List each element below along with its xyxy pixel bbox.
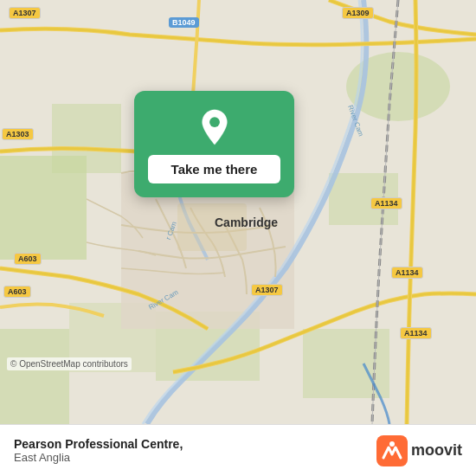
svg-rect-13 xyxy=(376,435,408,466)
svg-rect-2 xyxy=(52,104,121,173)
bottom-bar: Pearson Professional Centre, East Anglia… xyxy=(0,424,476,476)
location-region: East Anglia xyxy=(14,451,183,464)
osm-attribution: © OpenStreetMap contributors xyxy=(7,357,132,370)
road-badge-a603-1: A603 xyxy=(14,253,42,265)
moovit-logo: moovit xyxy=(376,435,462,466)
road-badge-a1307-tl: A1307 xyxy=(9,7,41,19)
location-name: Pearson Professional Centre, xyxy=(14,437,183,451)
map-container: A1307 B1049 A1309 A1303 A603 A603 A1307 … xyxy=(0,0,476,424)
take-me-there-button[interactable]: Take me there xyxy=(148,155,280,183)
popup-card: Take me there xyxy=(134,91,294,197)
cambridge-label: Cambridge xyxy=(215,215,278,229)
road-badge-a1307-br: A1307 xyxy=(251,284,283,296)
road-badge-a1134-mid: A1134 xyxy=(391,267,423,279)
road-badge-a603-2: A603 xyxy=(3,286,31,298)
moovit-logo-icon xyxy=(376,435,408,466)
road-badge-a1134-top: A1134 xyxy=(370,197,402,209)
road-badge-a1303: A1303 xyxy=(2,128,34,140)
location-info: Pearson Professional Centre, East Anglia xyxy=(14,437,183,464)
svg-rect-8 xyxy=(0,329,69,424)
location-pin-icon xyxy=(196,108,234,146)
svg-point-14 xyxy=(389,441,395,447)
road-badge-a1309: A1309 xyxy=(342,7,374,19)
moovit-text: moovit xyxy=(411,441,462,460)
road-badge-a1134-bot: A1134 xyxy=(400,327,432,339)
svg-point-12 xyxy=(209,117,220,127)
road-badge-b1049: B1049 xyxy=(169,17,199,28)
